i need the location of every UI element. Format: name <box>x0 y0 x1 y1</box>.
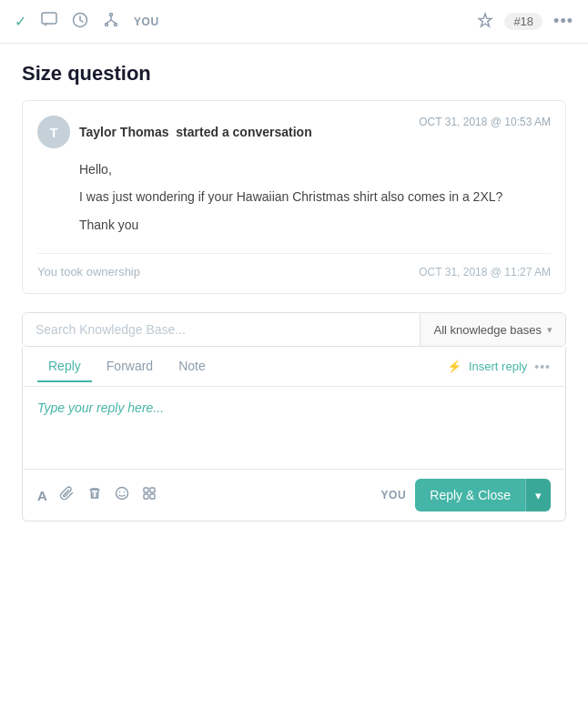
insert-reply-area[interactable]: ⚡ Insert reply ••• <box>447 360 551 374</box>
fork-icon[interactable] <box>103 12 119 32</box>
text-format-icon[interactable]: A <box>37 488 47 503</box>
message-card: T Taylor Thomas started a conversation O… <box>22 100 566 294</box>
message-line-2: I was just wondering if your Hawaiian Ch… <box>79 187 551 207</box>
tab-forward[interactable]: Forward <box>96 351 164 382</box>
page-title: Size question <box>22 62 566 86</box>
svg-point-4 <box>115 23 117 25</box>
you-label: YOU <box>380 489 406 501</box>
attach-icon[interactable] <box>60 486 75 504</box>
kb-search-input[interactable] <box>23 313 420 346</box>
more-reply-options-icon[interactable]: ••• <box>534 360 551 374</box>
message-header-left: T Taylor Thomas started a conversation <box>37 116 312 148</box>
trash-icon[interactable] <box>87 486 102 504</box>
clock-icon[interactable] <box>72 12 88 32</box>
svg-rect-10 <box>144 494 148 499</box>
reply-placeholder: Type your reply here... <box>37 400 164 415</box>
reply-close-dropdown[interactable]: ▾ <box>525 479 551 511</box>
kb-search-bar: All knowledge bases ▾ <box>22 312 566 347</box>
issue-badge[interactable]: #18 <box>504 13 542 30</box>
ownership-text: You took ownership <box>37 265 140 279</box>
grid-icon[interactable] <box>142 486 157 504</box>
reply-close-button[interactable]: Reply & Close ▾ <box>415 479 551 511</box>
message-line-1: Hello, <box>79 159 551 179</box>
svg-point-3 <box>106 23 108 25</box>
svg-rect-11 <box>150 494 155 499</box>
page-title-area: Size question <box>0 44 588 100</box>
reply-area: Reply Forward Note ⚡ Insert reply ••• Ty… <box>22 347 566 522</box>
svg-rect-8 <box>144 488 148 492</box>
star-icon[interactable] <box>477 12 493 32</box>
toolbar-left: ✓ YOU <box>15 12 477 32</box>
svg-rect-0 <box>42 13 56 24</box>
toolbar-label: YOU <box>134 15 159 28</box>
tab-reply[interactable]: Reply <box>37 351 92 382</box>
toolbar: ✓ YOU #18 <box>0 0 588 44</box>
svg-point-7 <box>124 491 126 493</box>
footer-right: YOU Reply & Close ▾ <box>380 479 551 511</box>
chevron-down-icon: ▾ <box>547 324 553 336</box>
sender-avatar: T <box>37 116 70 148</box>
svg-point-2 <box>110 13 113 15</box>
svg-point-6 <box>119 491 121 493</box>
reply-footer: A <box>23 469 565 521</box>
toolbar-right: #18 ••• <box>477 12 573 32</box>
reply-editor[interactable]: Type your reply here... <box>23 387 565 469</box>
conversation: T Taylor Thomas started a conversation O… <box>0 100 588 294</box>
message-timestamp: OCT 31, 2018 @ 10:53 AM <box>419 116 551 128</box>
kb-dropdown[interactable]: All knowledge bases ▾ <box>420 313 565 346</box>
svg-point-5 <box>116 488 127 500</box>
message-body: Hello, I was just wondering if your Hawa… <box>37 159 551 235</box>
reply-tabs-left: Reply Forward Note <box>37 351 217 381</box>
chat-icon[interactable] <box>41 12 57 32</box>
footer-icons: A <box>37 486 157 504</box>
tab-note[interactable]: Note <box>167 351 217 382</box>
emoji-icon[interactable] <box>115 486 129 504</box>
svg-rect-9 <box>150 488 155 492</box>
check-icon[interactable]: ✓ <box>15 13 26 30</box>
reply-tabs: Reply Forward Note ⚡ Insert reply ••• <box>23 347 565 387</box>
insert-reply-label: Insert reply <box>469 360 527 373</box>
message-header: T Taylor Thomas started a conversation O… <box>37 116 551 148</box>
sender-name: Taylor Thomas started a conversation <box>79 125 312 139</box>
ownership-row: You took ownership OCT 31, 2018 @ 11:27 … <box>37 253 551 279</box>
ownership-timestamp: OCT 31, 2018 @ 11:27 AM <box>419 266 551 279</box>
lightning-icon: ⚡ <box>447 360 461 373</box>
message-line-3: Thank you <box>79 215 551 235</box>
more-options-icon[interactable]: ••• <box>553 12 573 31</box>
kb-dropdown-label: All knowledge bases <box>433 323 542 337</box>
reply-close-main[interactable]: Reply & Close <box>415 479 525 511</box>
